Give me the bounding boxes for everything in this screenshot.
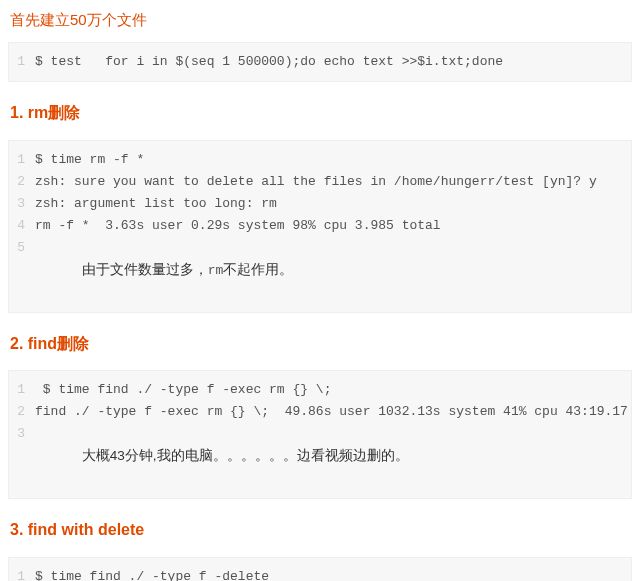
intro-heading: 首先建立50万个文件 [8,8,632,32]
inline-code: rm [208,263,224,278]
code-text: $ time rm -f * [35,149,144,171]
code-block-find-delete: 1 $ time find ./ -type f -delete 2 find … [8,557,632,581]
code-text: $ time find ./ -type f -delete [35,566,269,581]
line-number: 2 [9,171,35,193]
line-number: 1 [9,149,35,171]
code-block-rm: 1 $ time rm -f * 2 zsh: sure you want to… [8,140,632,313]
comment-text: 由于文件数量过多， [82,262,208,277]
code-text: zsh: sure you want to delete all the fil… [35,171,597,193]
code-text: find ./ -type f -exec rm {} \; 49.86s us… [35,401,632,423]
code-line: 5 由于文件数量过多，rm不起作用。 [9,237,631,304]
line-number: 5 [9,237,35,259]
code-block-create-files: 1 $ test for i in $(seq 1 500000);do ech… [8,42,632,82]
code-text: 大概43分钟,我的电脑。。。。。。边看视频边删的。 [35,423,409,490]
code-line: 1 $ time find ./ -type f -exec rm {} \; [9,379,631,401]
line-number: 1 [9,51,35,73]
code-text: $ time find ./ -type f -exec rm {} \; [35,379,331,401]
code-line: 1 $ test for i in $(seq 1 500000);do ech… [9,51,631,73]
code-line: 2 zsh: sure you want to delete all the f… [9,171,631,193]
line-number: 1 [9,379,35,401]
code-block-find[interactable]: 1 $ time find ./ -type f -exec rm {} \; … [8,370,632,499]
section-heading-rm: 1. rm删除 [8,100,632,126]
section-heading-find-delete: 3. find with delete [8,517,632,543]
code-text: rm -f * 3.63s user 0.29s system 98% cpu … [35,215,441,237]
line-number: 1 [9,566,35,581]
line-number: 2 [9,401,35,423]
code-text: 由于文件数量过多，rm不起作用。 [35,237,293,304]
comment-text: 大概43分钟,我的电脑。。。。。。边看视频边删的。 [82,448,409,463]
line-number: 3 [9,423,35,445]
code-line: 3 大概43分钟,我的电脑。。。。。。边看视频边删的。 [9,423,631,490]
code-line: 4 rm -f * 3.63s user 0.29s system 98% cp… [9,215,631,237]
code-line: 1 $ time rm -f * [9,149,631,171]
code-line: 2 find ./ -type f -exec rm {} \; 49.86s … [9,401,631,423]
comment-text: 不起作用。 [223,262,293,277]
code-text: $ test for i in $(seq 1 500000);do echo … [35,51,503,73]
code-text: zsh: argument list too long: rm [35,193,277,215]
section-heading-find: 2. find删除 [8,331,632,357]
code-line: 1 $ time find ./ -type f -delete [9,566,631,581]
line-number: 4 [9,215,35,237]
code-line: 3 zsh: argument list too long: rm [9,193,631,215]
line-number: 3 [9,193,35,215]
